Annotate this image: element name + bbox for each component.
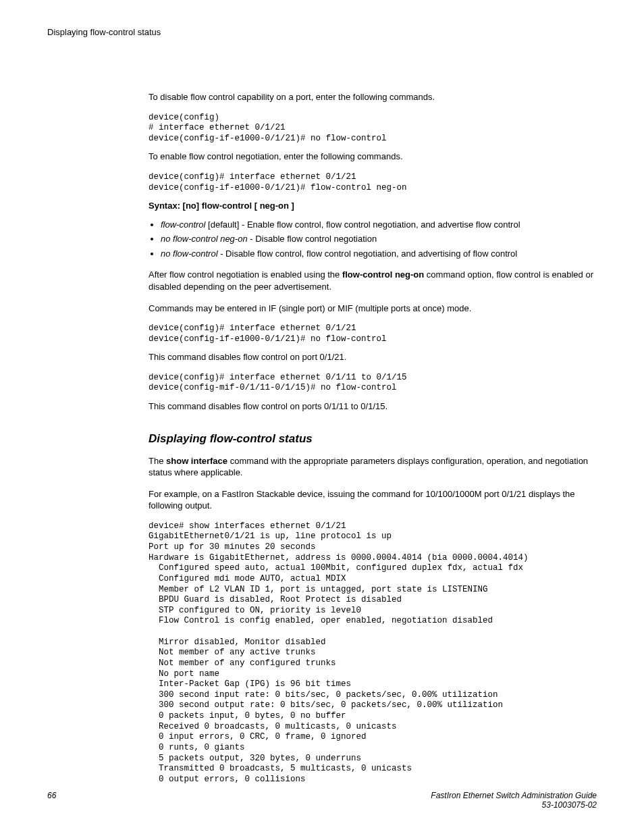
running-header: Displaying flow-control status bbox=[47, 27, 597, 37]
list-item: no flow-control neg-on - Disable flow co… bbox=[161, 233, 597, 245]
paragraph: To enable flow control negotiation, ente… bbox=[149, 151, 597, 163]
list-item: flow-control [default] - Enable flow con… bbox=[161, 219, 597, 231]
paragraph: For example, on a FastIron Stackable dev… bbox=[149, 488, 597, 512]
list-item: no flow-control - Disable flow control, … bbox=[161, 248, 597, 260]
term: no flow-control bbox=[161, 249, 218, 259]
term: flow-control bbox=[161, 219, 205, 230]
desc: [default] - Enable flow control, flow co… bbox=[205, 219, 520, 230]
syntax-prefix: Syntax: [no] flow-control bbox=[149, 201, 252, 211]
code-block: device(config)# interface ethernet 0/1/2… bbox=[149, 172, 597, 193]
page-number: 66 bbox=[47, 791, 56, 800]
paragraph: The show interface command with the appr… bbox=[149, 455, 597, 479]
paragraph: This command disables flow control on po… bbox=[149, 351, 597, 363]
header-title: Displaying flow-control status bbox=[47, 27, 161, 37]
code-block: device(config)# interface ethernet 0/1/1… bbox=[149, 373, 597, 394]
text: The bbox=[149, 456, 166, 466]
paragraph: After flow control negotiation is enable… bbox=[149, 269, 597, 292]
paragraph: This command disables flow control on po… bbox=[149, 400, 597, 413]
doc-info: FastIron Ethernet Switch Administration … bbox=[431, 791, 597, 810]
command-name: flow-control neg-on bbox=[342, 269, 424, 280]
doc-number: 53-1003075-02 bbox=[542, 800, 597, 810]
syntax-bracket: ] bbox=[289, 201, 294, 211]
code-block: device(config) # interface ethernet 0/1/… bbox=[149, 113, 597, 145]
page-container: Displaying flow-control status To disabl… bbox=[0, 0, 644, 834]
syntax-line: Syntax: [no] flow-control [ neg-on ] bbox=[149, 200, 597, 212]
desc: - Disable flow control, flow control neg… bbox=[218, 249, 518, 259]
syntax-bracket: [ bbox=[252, 201, 260, 211]
desc: - Disable flow control negotiation bbox=[248, 234, 377, 244]
code-block: device(config)# interface ethernet 0/1/2… bbox=[149, 323, 597, 344]
text: After flow control negotiation is enable… bbox=[149, 269, 342, 280]
page-footer: 66 FastIron Ethernet Switch Administrati… bbox=[47, 791, 597, 810]
code-block: device# show interfaces ethernet 0/1/21 … bbox=[149, 521, 597, 785]
term: no flow-control neg-on bbox=[161, 234, 248, 244]
syntax-option: neg-on bbox=[260, 201, 289, 211]
bullet-list: flow-control [default] - Enable flow con… bbox=[149, 219, 597, 260]
paragraph: Commands may be entered in IF (single po… bbox=[149, 303, 597, 315]
section-heading: Displaying flow-control status bbox=[149, 432, 597, 447]
main-content: To disable flow control capability on a … bbox=[149, 91, 597, 785]
paragraph: To disable flow control capability on a … bbox=[149, 91, 597, 103]
doc-title: FastIron Ethernet Switch Administration … bbox=[431, 791, 597, 800]
command-name: show interface bbox=[166, 456, 227, 466]
